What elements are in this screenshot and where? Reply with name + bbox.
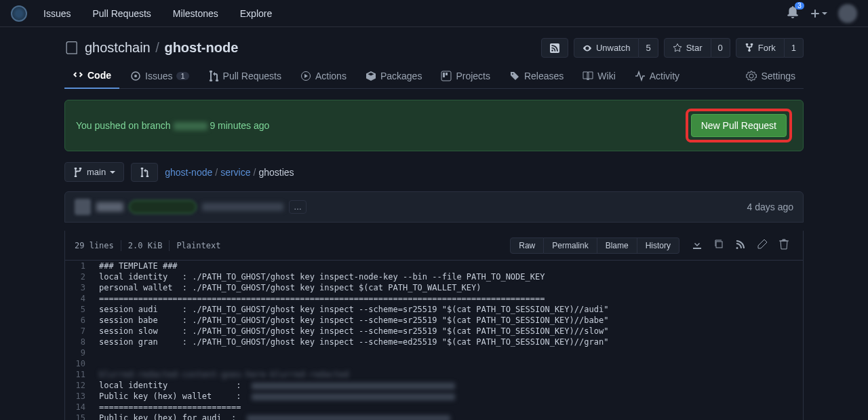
fork-button[interactable]: Fork [736,38,785,58]
code-line: 14============================= [65,402,803,413]
file-type: Plaintext [176,241,220,250]
crumb-last: ghosties [258,167,294,178]
delete-icon[interactable] [774,236,793,254]
download-icon[interactable] [688,236,707,254]
commit-sign-badge [129,200,197,214]
nav-pull-requests[interactable]: Pull Requests [92,8,151,19]
file-size: 2.0 KiB [128,241,163,250]
tab-issues[interactable]: Issues1 [122,64,197,88]
compare-button[interactable] [131,163,158,182]
push-alert: You pushed on branch 9 minutes ago New P… [64,100,804,151]
tab-actions[interactable]: Actions [292,64,355,88]
code-line: 9 [65,347,803,358]
code-line: 12local identity : [65,380,803,391]
code-line: 4=======================================… [65,293,803,304]
copy-icon[interactable] [709,236,728,254]
code-line: 6session babe : ./PATH_TO_GHOST/ghost ke… [65,315,803,326]
notif-count: 3 [795,2,804,9]
alert-text: You pushed on branch 9 minutes ago [76,120,269,131]
code-line: 5session audi : ./PATH_TO_GHOST/ghost ke… [65,304,803,315]
user-avatar[interactable] [838,4,857,23]
code-line: 11blurred-redacted-content-goes-here-blu… [65,369,803,380]
highlight-box: New Pull Request [686,109,792,142]
code-line: 10 [65,358,803,369]
new-pull-request-button[interactable]: New Pull Request [691,114,787,137]
commit-message[interactable] [202,203,283,211]
tab-activity[interactable]: Activity [627,64,688,88]
commit-avatar[interactable] [75,199,91,215]
star-button[interactable]: Star [664,38,711,58]
create-menu[interactable] [810,8,827,19]
code-line: 1### TEMPLATE ### [65,261,803,271]
history-button[interactable]: History [637,237,679,254]
crumb-root[interactable]: ghost-node [165,167,212,178]
file-meta: 29 lines 2.0 KiB Plaintext Raw Permalink… [64,231,804,261]
code-line: 15Public key (hex) for audi : [65,413,803,420]
tab-pull-requests[interactable]: Pull Requests [200,64,290,88]
repo-tabs: Code Issues1 Pull Requests Actions Packa… [64,63,804,89]
code-view: 1### TEMPLATE ###2local identity : ./PAT… [64,261,804,420]
tab-packages[interactable]: Packages [357,64,430,88]
commit-user[interactable] [96,202,123,212]
repo-icon [64,41,78,55]
tab-projects[interactable]: Projects [433,64,498,88]
nav-explore[interactable]: Explore [240,8,272,19]
permalink-button[interactable]: Permalink [544,237,597,254]
tab-settings[interactable]: Settings [738,64,804,88]
code-line: 8session gran : ./PATH_TO_GHOST/ghost ke… [65,337,803,347]
tab-wiki[interactable]: Wiki [574,64,623,88]
svg-rect-6 [716,242,722,248]
topbar: Issues Pull Requests Milestones Explore … [0,0,868,27]
blame-button[interactable]: Blame [597,237,637,254]
nav-milestones[interactable]: Milestones [173,8,218,19]
crumb-mid[interactable]: service [220,167,250,178]
repo-header: ghostchain / ghost-node Unwatch 5 Star 0… [64,27,804,63]
edit-icon[interactable] [753,236,772,254]
nav-issues[interactable]: Issues [43,8,71,19]
commit-bar: … 4 days ago [64,191,804,223]
notifications-icon[interactable]: 3 [787,6,799,20]
rss-button[interactable] [541,38,568,58]
watch-count[interactable]: 5 [639,38,658,58]
breadcrumb: ghost-node/service/ghosties [165,167,294,178]
code-line: 2local identity : ./PATH_TO_GHOST/ghost … [65,271,803,282]
repo-name[interactable]: ghost-node [164,40,238,55]
svg-rect-4 [443,73,445,77]
site-logo[interactable] [11,5,27,22]
tab-code[interactable]: Code [64,63,119,89]
star-count[interactable]: 0 [711,38,730,58]
raw-button[interactable]: Raw [510,237,544,254]
code-line: 13Public key (hex) wallet : [65,391,803,402]
branch-selector[interactable]: main [64,162,124,182]
commit-expand[interactable]: … [289,200,307,214]
rss-file-icon[interactable] [731,236,750,254]
repo-owner[interactable]: ghostchain [85,40,151,55]
commit-time: 4 days ago [747,202,794,212]
code-line: 3personal wallet : ./PATH_TO_GHOST/ghost… [65,282,803,293]
tab-releases[interactable]: Releases [501,64,572,88]
fork-count[interactable]: 1 [785,38,804,58]
code-line: 7session slow : ./PATH_TO_GHOST/ghost ke… [65,326,803,337]
watch-button[interactable]: Unwatch [574,38,639,58]
svg-rect-5 [446,73,448,75]
repo-path: ghostchain / ghost-node [85,40,238,56]
svg-point-1 [134,75,137,77]
file-lines: 29 lines [75,241,114,250]
